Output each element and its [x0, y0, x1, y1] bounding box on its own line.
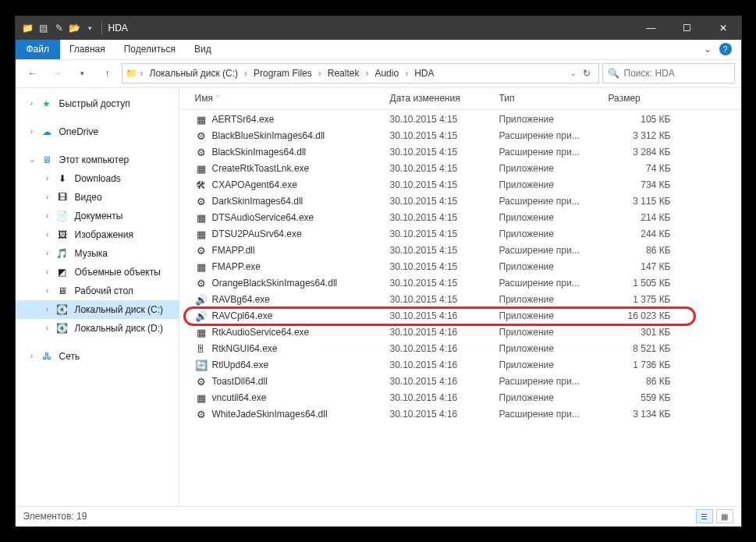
- col-date[interactable]: Дата изменения: [390, 93, 499, 104]
- file-row[interactable]: ⚙OrangeBlackSkinImages64.dll30.10.2015 4…: [179, 275, 741, 292]
- file-row[interactable]: ▦vncutil64.exe30.10.2015 4:16Приложение5…: [179, 390, 741, 406]
- file-icon: 🔊: [195, 310, 208, 322]
- close-button[interactable]: ✕: [705, 16, 741, 40]
- address-dropdown-icon[interactable]: ⌄: [570, 69, 577, 77]
- file-name: BlackSkinImages64.dll: [212, 147, 307, 158]
- file-row[interactable]: ⚙BlackBlueSkinImages64.dll30.10.2015 4:1…: [179, 128, 741, 144]
- crumb-2[interactable]: Realtek: [325, 66, 363, 80]
- crumb-3[interactable]: Audio: [371, 66, 402, 80]
- column-headers: Имя˄ Дата изменения Тип Размер: [179, 88, 741, 110]
- file-icon: ▦: [195, 260, 208, 273]
- qat-open-icon[interactable]: 📂: [69, 22, 81, 34]
- drive-icon: 🖼: [56, 228, 69, 241]
- file-date: 30.10.2015 4:15: [390, 163, 499, 174]
- file-row[interactable]: ⚙FMAPP.dll30.10.2015 4:15Расширение при.…: [179, 243, 741, 259]
- file-icon: 🛠: [195, 179, 208, 191]
- file-icon: ▦: [195, 113, 208, 126]
- file-row[interactable]: ▦DTSAudioService64.exe30.10.2015 4:15При…: [179, 210, 741, 226]
- view-icons-button[interactable]: ▦: [716, 509, 733, 523]
- file-date: 30.10.2015 4:15: [390, 261, 499, 272]
- nav-pc-item[interactable]: ›⬇Downloads: [16, 169, 179, 188]
- tab-home[interactable]: Главная: [60, 40, 115, 59]
- file-size: 105 КБ: [609, 114, 687, 125]
- ribbon: Файл Главная Поделиться Вид ⌄ ?: [16, 40, 741, 60]
- recent-dropdown[interactable]: ▾: [72, 62, 94, 84]
- file-date: 30.10.2015 4:15: [390, 245, 499, 256]
- file-size: 147 КБ: [609, 261, 687, 272]
- file-row[interactable]: ▦AERTSr64.exe30.10.2015 4:15Приложение10…: [179, 112, 741, 128]
- chevron-right-icon[interactable]: ›: [364, 68, 370, 79]
- nav-pc-item[interactable]: ›💽Локальный диск (D:): [16, 319, 179, 338]
- file-row[interactable]: 🔊RAVCpl64.exe30.10.2015 4:16Приложение16…: [179, 308, 741, 324]
- nav-pc-item[interactable]: ›🖼Изображения: [16, 225, 179, 244]
- qat-properties-icon[interactable]: ▤: [37, 22, 50, 34]
- file-icon: ▦: [195, 391, 208, 404]
- col-type[interactable]: Тип: [499, 93, 609, 104]
- file-row[interactable]: ⚙DarkSkinImages64.dll30.10.2015 4:15Расш…: [179, 193, 741, 210]
- file-name: ToastDll64.dll: [212, 376, 268, 387]
- file-row[interactable]: 🔊RAVBg64.exe30.10.2015 4:15Приложение1 3…: [179, 292, 741, 308]
- nav-pc-item[interactable]: ›💽Локальный диск (C:): [16, 300, 179, 319]
- file-row[interactable]: ⚙ToastDll64.dll30.10.2015 4:16Расширение…: [179, 374, 741, 390]
- ribbon-collapse-icon[interactable]: ⌄: [704, 44, 712, 55]
- file-row[interactable]: ▦DTSU2PAuSrv64.exe30.10.2015 4:15Приложе…: [179, 226, 741, 243]
- file-size: 3 284 КБ: [609, 147, 687, 158]
- file-row[interactable]: ⚙WhiteJadeSkinImages64.dll30.10.2015 4:1…: [179, 406, 741, 423]
- chevron-right-icon[interactable]: ›: [317, 68, 323, 79]
- file-name: DTSAudioService64.exe: [212, 212, 314, 223]
- file-row[interactable]: 🛠CXAPOAgent64.exe30.10.2015 4:15Приложен…: [179, 177, 741, 193]
- search-box[interactable]: 🔍 Поиск: HDA: [602, 63, 735, 83]
- back-button[interactable]: ←: [22, 62, 44, 84]
- file-row[interactable]: 🔄RtlUpd64.exe30.10.2015 4:16Приложение1 …: [179, 357, 741, 374]
- col-name[interactable]: Имя˄: [195, 93, 390, 104]
- nav-onedrive[interactable]: ›☁OneDrive: [16, 122, 179, 141]
- crumb-4[interactable]: HDA: [411, 66, 437, 80]
- file-size: 8 521 КБ: [609, 343, 687, 354]
- nav-pc-item[interactable]: ›◩Объемные объекты: [16, 263, 179, 282]
- nav-network[interactable]: ›🖧Сеть: [16, 347, 179, 366]
- file-name: RtkNGUI64.exe: [212, 343, 278, 354]
- crumb-1[interactable]: Program Files: [250, 66, 315, 80]
- file-name: DarkSkinImages64.dll: [212, 196, 303, 207]
- titlebar[interactable]: 📁 ▤ ✎ 📂 ▾ HDA ― ☐ ✕: [16, 16, 741, 40]
- minimize-button[interactable]: ―: [634, 16, 669, 40]
- drive-icon: ⬇: [56, 172, 69, 185]
- refresh-icon[interactable]: ↻: [583, 68, 591, 79]
- crumb-0[interactable]: Локальный диск (C:): [147, 66, 242, 80]
- file-name: OrangeBlackSkinImages64.dll: [212, 278, 338, 289]
- file-date: 30.10.2015 4:15: [390, 278, 499, 289]
- col-size[interactable]: Размер: [609, 93, 687, 104]
- file-row[interactable]: ⚙BlackSkinImages64.dll30.10.2015 4:15Рас…: [179, 144, 741, 161]
- file-date: 30.10.2015 4:16: [390, 343, 499, 354]
- file-tab[interactable]: Файл: [16, 40, 61, 59]
- nav-this-pc[interactable]: ⌄🖥Этот компьютер: [16, 151, 179, 169]
- address-bar[interactable]: 📁 › Локальный диск (C:) › Program Files …: [122, 63, 599, 83]
- maximize-button[interactable]: ☐: [669, 16, 705, 40]
- up-button[interactable]: ↑: [97, 62, 119, 84]
- view-details-button[interactable]: ☰: [696, 509, 713, 523]
- nav-pc-item[interactable]: ›🖥Рабочий стол: [16, 282, 179, 300]
- status-bar: Элементов: 19 ☰ ▦: [16, 506, 741, 526]
- file-row[interactable]: ▦CreateRtkToastLnk.exe30.10.2015 4:15При…: [179, 161, 741, 177]
- nav-pc-item[interactable]: ›🎵Музыка: [16, 244, 179, 263]
- nav-pc-item[interactable]: ›🎞Видео: [16, 188, 179, 207]
- file-row[interactable]: ▦RtkAudioService64.exe30.10.2015 4:16При…: [179, 324, 741, 341]
- file-name: RtkAudioService64.exe: [212, 327, 310, 338]
- nav-pc-item[interactable]: ›📄Документы: [16, 207, 179, 225]
- file-icon: ⚙: [195, 244, 208, 257]
- file-row[interactable]: 🎚RtkNGUI64.exe30.10.2015 4:16Приложение8…: [179, 341, 741, 357]
- tab-share[interactable]: Поделиться: [115, 40, 185, 59]
- help-icon[interactable]: ?: [719, 43, 732, 55]
- file-row[interactable]: ▦FMAPP.exe30.10.2015 4:15Приложение147 К…: [179, 259, 741, 275]
- tab-view[interactable]: Вид: [185, 40, 221, 59]
- sort-indicator-icon: ˄: [216, 94, 220, 102]
- chevron-right-icon[interactable]: ›: [139, 68, 145, 79]
- chevron-right-icon[interactable]: ›: [243, 68, 249, 79]
- nav-quick-access[interactable]: ›★Быстрый доступ: [16, 94, 179, 113]
- qat-dropdown-icon[interactable]: ▾: [84, 22, 97, 34]
- qat-new-icon[interactable]: ✎: [53, 22, 66, 34]
- chevron-right-icon[interactable]: ›: [403, 68, 410, 79]
- forward-button[interactable]: →: [47, 62, 69, 84]
- file-date: 30.10.2015 4:16: [390, 409, 499, 420]
- drive-icon: ◩: [56, 266, 69, 278]
